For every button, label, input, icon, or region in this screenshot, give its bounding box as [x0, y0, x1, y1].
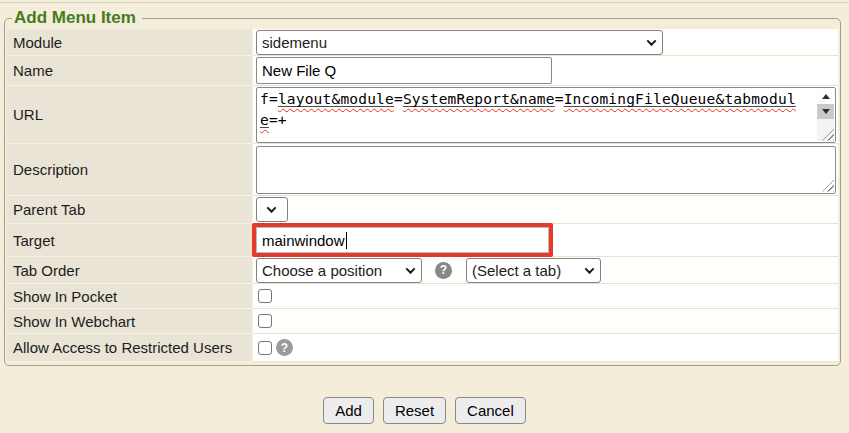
form-row-name: Name	[7, 56, 838, 86]
url-text-line1: f=layout&module=SystemReport&name=Incomi…	[257, 88, 835, 109]
name-label: Name	[7, 56, 253, 86]
tab-order-tab-value: (Select a tab)	[472, 262, 561, 279]
chevron-down-icon	[406, 264, 416, 274]
target-input[interactable]: mainwindow	[256, 227, 549, 253]
top-divider	[0, 2, 849, 3]
cancel-button[interactable]: Cancel	[455, 397, 526, 424]
allow-access-checkbox[interactable]	[258, 341, 272, 355]
target-label: Target	[7, 224, 253, 257]
description-textarea[interactable]	[256, 146, 836, 194]
text-caret	[346, 232, 348, 249]
tab-order-position-select[interactable]: Choose a position	[256, 258, 422, 283]
chevron-down-icon	[585, 264, 595, 274]
form-row-allow-access: Allow Access to Restricted Users ?	[7, 334, 838, 362]
parent-tab-select[interactable]	[256, 197, 288, 222]
tab-order-label: Tab Order	[7, 257, 253, 284]
chevron-down-icon	[266, 203, 276, 213]
form-row-show-in-pocket: Show In Pocket	[7, 284, 838, 309]
page: { "page": { "background": "#f3edda", "ac…	[0, 0, 849, 433]
add-button[interactable]: Add	[323, 397, 374, 424]
name-input[interactable]	[256, 57, 552, 84]
show-in-webchart-checkbox[interactable]	[258, 314, 272, 328]
tab-order-tab-select[interactable]: (Select a tab)	[466, 258, 601, 283]
form-row-url: URL f=layout&module=SystemReport&name=In…	[7, 86, 838, 144]
form-row-target: Target mainwindow	[7, 224, 838, 257]
scroll-down-icon	[822, 109, 830, 114]
add-menu-item-form: Module sidemenu Name URL f=layout&module…	[7, 29, 838, 362]
resize-handle-icon[interactable]	[822, 180, 834, 192]
module-select-value: sidemenu	[262, 34, 327, 51]
module-select[interactable]: sidemenu	[256, 30, 663, 55]
module-label: Module	[7, 29, 253, 56]
scroll-up-button[interactable]	[817, 89, 834, 104]
add-menu-item-fieldset: Add Menu Item Module sidemenu Name URL f…	[4, 8, 841, 366]
show-in-webchart-label: Show In Webchart	[7, 309, 253, 334]
description-label: Description	[7, 144, 253, 196]
url-label: URL	[7, 86, 253, 144]
form-title: Add Menu Item	[12, 8, 142, 28]
form-row-tab-order: Tab Order Choose a position ? (Select a …	[7, 257, 838, 284]
show-in-pocket-label: Show In Pocket	[7, 284, 253, 309]
parent-tab-label: Parent Tab	[7, 196, 253, 224]
help-icon[interactable]: ?	[435, 262, 452, 279]
form-actions: Add Reset Cancel	[0, 397, 849, 424]
url-text-line2: e=+	[257, 109, 835, 130]
target-input-value: mainwindow	[262, 232, 345, 249]
scroll-down-button[interactable]	[817, 104, 834, 119]
form-row-description: Description	[7, 144, 838, 196]
allow-access-label: Allow Access to Restricted Users	[7, 334, 253, 362]
scroll-up-icon	[822, 94, 830, 99]
form-row-parent-tab: Parent Tab	[7, 196, 838, 224]
help-icon[interactable]: ?	[276, 339, 293, 356]
reset-button[interactable]: Reset	[383, 397, 446, 424]
url-textarea[interactable]: f=layout&module=SystemReport&name=Incomi…	[256, 87, 836, 143]
tab-order-position-value: Choose a position	[262, 262, 382, 279]
form-row-show-in-webchart: Show In Webchart	[7, 309, 838, 334]
target-highlight-box: mainwindow	[252, 223, 553, 257]
show-in-pocket-checkbox[interactable]	[258, 289, 272, 303]
form-row-module: Module sidemenu	[7, 29, 838, 56]
chevron-down-icon	[647, 36, 657, 46]
